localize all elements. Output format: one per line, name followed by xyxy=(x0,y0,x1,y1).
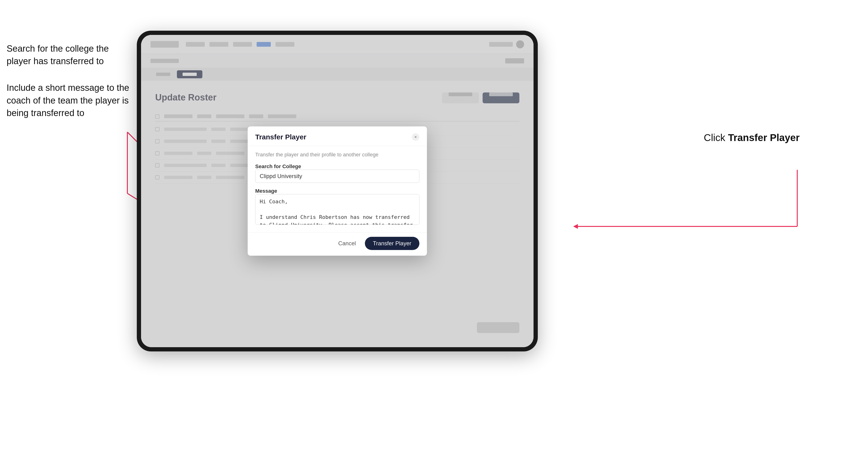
message-label: Message xyxy=(255,188,277,194)
tablet-screen: Update Roster xyxy=(141,35,533,347)
dialog-body: Transfer the player and their profile to… xyxy=(248,146,427,232)
cancel-button[interactable]: Cancel xyxy=(334,238,361,249)
annotation-left: Search for the college the player has tr… xyxy=(7,42,129,133)
dialog-footer: Cancel Transfer Player xyxy=(248,232,427,256)
modal-overlay: Transfer Player × Transfer the player an… xyxy=(141,35,533,347)
dialog-subtitle: Transfer the player and their profile to… xyxy=(255,152,420,158)
tablet-device: Update Roster xyxy=(137,31,538,351)
dialog-header: Transfer Player × xyxy=(248,126,427,146)
dialog-close-button[interactable]: × xyxy=(412,133,420,141)
dialog-title: Transfer Player xyxy=(255,133,306,141)
search-college-input[interactable] xyxy=(255,169,420,183)
annotation-right: Click Transfer Player xyxy=(704,132,800,144)
transfer-player-button[interactable]: Transfer Player xyxy=(365,237,420,250)
search-college-label: Search for College xyxy=(255,163,301,169)
svg-marker-9 xyxy=(573,224,578,229)
annotation-right-text: Click Transfer Player xyxy=(704,132,800,143)
annotation-text-top: Search for the college the player has tr… xyxy=(7,42,129,67)
annotation-text-bottom: Include a short message to the coach of … xyxy=(7,82,129,119)
message-textarea[interactable]: Hi Coach, I understand Chris Robertson h… xyxy=(255,194,420,225)
close-icon: × xyxy=(414,135,417,139)
transfer-player-dialog: Transfer Player × Transfer the player an… xyxy=(248,126,427,256)
